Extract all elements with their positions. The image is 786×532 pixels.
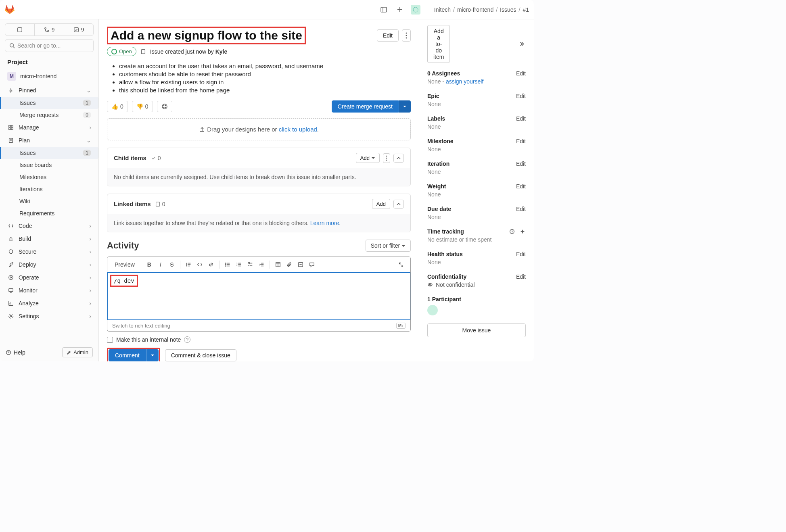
- sidebar-build[interactable]: Build›: [0, 232, 98, 245]
- comment-quote-icon[interactable]: [307, 259, 317, 270]
- svg-rect-0: [381, 7, 387, 12]
- linked-add-button[interactable]: Add: [372, 199, 390, 209]
- sidebar-todo-shortcut[interactable]: 9: [64, 24, 93, 35]
- sidebar-plan-requirements[interactable]: Requirements: [0, 207, 98, 219]
- milestone-edit[interactable]: Edit: [516, 138, 526, 144]
- comment-textarea[interactable]: /q dev: [108, 273, 410, 319]
- svg-point-39: [226, 263, 226, 264]
- help-link[interactable]: Help: [6, 349, 25, 356]
- assignees-edit[interactable]: Edit: [516, 70, 526, 77]
- due-edit[interactable]: Edit: [516, 206, 526, 212]
- linked-collapse-button[interactable]: [393, 200, 404, 209]
- breadcrumb-org[interactable]: Initech: [434, 6, 451, 13]
- upload-link[interactable]: click to upload: [279, 126, 317, 133]
- sidebar-pinned-toggle[interactable]: Pinned ⌄: [0, 84, 98, 97]
- comment-button[interactable]: Comment: [109, 349, 146, 361]
- svg-point-61: [429, 284, 431, 286]
- participant-avatar[interactable]: [427, 305, 438, 315]
- gitlab-logo[interactable]: [5, 5, 15, 15]
- code-icon[interactable]: [194, 259, 205, 270]
- details-icon[interactable]: [295, 259, 306, 270]
- checklist-icon[interactable]: [245, 259, 255, 270]
- react-thumbs-up[interactable]: 👍 0: [107, 101, 128, 112]
- sidebar-manage[interactable]: Manage›: [0, 121, 98, 134]
- comment-close-button[interactable]: Comment & close issue: [165, 349, 236, 361]
- participants-heading: 1 Participant: [427, 296, 461, 303]
- sidebar-toggle-icon[interactable]: [378, 4, 389, 15]
- time-tracking-history-icon[interactable]: [509, 228, 515, 235]
- sidebar-plan[interactable]: Plan⌄: [0, 134, 98, 147]
- move-issue-button[interactable]: Move issue: [427, 323, 526, 337]
- sidebar-operate[interactable]: Operate›: [0, 271, 98, 284]
- react-thumbs-down[interactable]: 👎 0: [132, 101, 153, 112]
- child-add-button[interactable]: Add: [356, 153, 380, 163]
- linked-items-count: 0: [155, 201, 165, 207]
- time-tracking-add-icon[interactable]: [519, 228, 526, 235]
- create-new-icon[interactable]: [395, 4, 405, 15]
- more-actions-button[interactable]: [402, 29, 411, 42]
- add-todo-button[interactable]: Add a to-do item: [427, 25, 450, 63]
- assign-yourself-link[interactable]: assign yourself: [446, 78, 483, 85]
- preview-tab[interactable]: Preview: [111, 260, 138, 269]
- due-heading: Due date: [427, 206, 451, 212]
- italic-icon[interactable]: I: [155, 259, 166, 270]
- breadcrumb-section[interactable]: Issues: [500, 6, 516, 13]
- sidebar-plan-wiki[interactable]: Wiki: [0, 195, 98, 207]
- link-icon[interactable]: [206, 259, 216, 270]
- react-add-emoji[interactable]: [157, 101, 172, 112]
- chevron-right-icon: ›: [89, 124, 91, 131]
- sidebar-issues-shortcut[interactable]: [5, 24, 35, 35]
- sidebar-plan-issue-boards[interactable]: Issue boards: [0, 159, 98, 171]
- labels-edit[interactable]: Edit: [516, 115, 526, 122]
- bold-icon[interactable]: B: [144, 259, 155, 270]
- switch-rich-text[interactable]: Switch to rich text editing: [112, 323, 170, 329]
- sidebar-secure[interactable]: Secure›: [0, 245, 98, 258]
- create-mr-dropdown[interactable]: [399, 100, 411, 113]
- internal-note-checkbox[interactable]: [107, 337, 113, 343]
- fullscreen-icon[interactable]: [396, 259, 406, 270]
- sidebar-plan-iterations[interactable]: Iterations: [0, 183, 98, 195]
- sidebar-plan-issues[interactable]: Issues1: [0, 147, 98, 159]
- confidentiality-edit[interactable]: Edit: [516, 273, 526, 280]
- sidebar-deploy[interactable]: Deploy›: [0, 258, 98, 271]
- svg-line-10: [13, 47, 15, 48]
- edit-button[interactable]: Edit: [377, 29, 399, 42]
- sidebar-project-link[interactable]: M micro-frontend: [0, 69, 98, 84]
- sidebar-monitor[interactable]: Monitor›: [0, 284, 98, 297]
- sidebar-code[interactable]: Code›: [0, 219, 98, 232]
- help-tooltip-icon[interactable]: ?: [184, 336, 190, 343]
- sidebar-analyze[interactable]: Analyze›: [0, 297, 98, 310]
- create-merge-request-button[interactable]: Create merge request: [332, 100, 399, 113]
- sidebar-mr-shortcut[interactable]: 9: [35, 24, 64, 35]
- design-upload-dropzone[interactable]: Drag your designs here or click to uploa…: [107, 118, 411, 140]
- sidebar-plan-milestones[interactable]: Milestones: [0, 171, 98, 183]
- weight-edit[interactable]: Edit: [516, 183, 526, 190]
- health-edit[interactable]: Edit: [516, 251, 526, 257]
- indent-icon[interactable]: [256, 259, 267, 270]
- strike-icon[interactable]: S: [167, 259, 177, 270]
- child-collapse-button[interactable]: [393, 154, 404, 163]
- ul-icon[interactable]: [222, 259, 233, 270]
- child-more-button[interactable]: [383, 153, 390, 163]
- markdown-badge: M↓: [396, 323, 406, 329]
- search-input[interactable]: Search or go to...: [5, 39, 94, 52]
- sort-filter-button[interactable]: Sort or filter: [366, 240, 411, 252]
- sidebar-pinned-merge-requests[interactable]: Merge requests 0: [0, 109, 98, 121]
- sidebar-settings[interactable]: Settings›: [0, 310, 98, 323]
- comment-dropdown[interactable]: [146, 349, 159, 361]
- epic-edit[interactable]: Edit: [516, 93, 526, 99]
- table-icon[interactable]: [273, 259, 283, 270]
- attach-icon[interactable]: [284, 259, 295, 270]
- admin-button[interactable]: Admin: [62, 347, 93, 357]
- chevron-down-icon: ⌄: [86, 87, 91, 94]
- quote-icon[interactable]: [183, 259, 194, 270]
- iteration-edit[interactable]: Edit: [516, 161, 526, 167]
- breadcrumb-project[interactable]: micro-frontend: [457, 6, 493, 13]
- ol-icon[interactable]: 12: [234, 259, 244, 270]
- learn-more-link[interactable]: Learn more: [310, 220, 339, 226]
- sidebar-pinned-issues[interactable]: Issues 1: [0, 97, 98, 109]
- user-avatar[interactable]: [411, 5, 420, 15]
- breadcrumb-id[interactable]: #1: [523, 6, 529, 13]
- svg-point-26: [406, 38, 407, 39]
- collapse-right-icon[interactable]: [519, 41, 526, 47]
